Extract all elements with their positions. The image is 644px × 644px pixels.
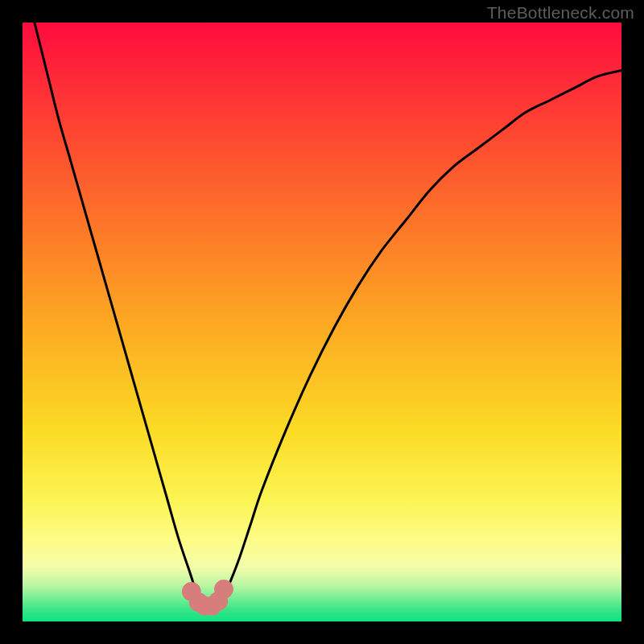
plot-area [23, 23, 621, 621]
chart-svg [23, 23, 621, 621]
dip-right-edge [214, 580, 233, 599]
watermark-text: TheBottleneck.com [487, 3, 634, 23]
dip-markers [182, 580, 233, 616]
bottleneck-curve [35, 23, 621, 607]
chart-frame: TheBottleneck.com [0, 0, 644, 644]
